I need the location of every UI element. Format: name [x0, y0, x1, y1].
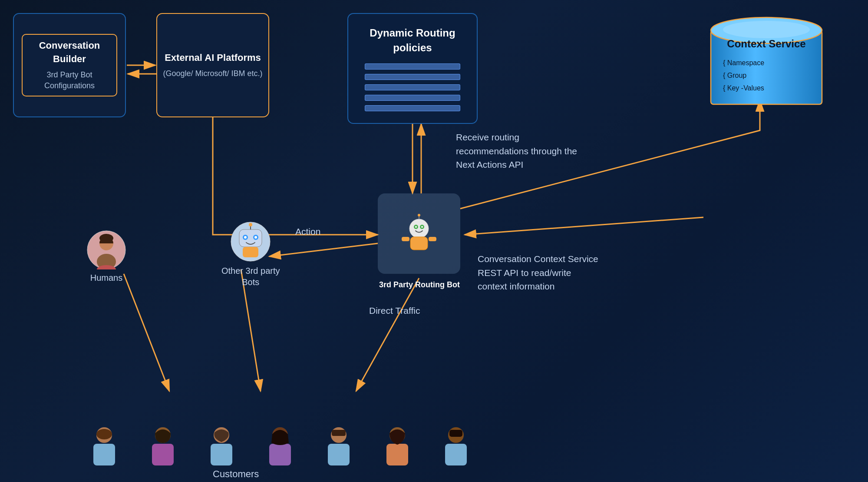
routing-bot-label: 3rd Party Routing Bot: [372, 279, 467, 290]
external-ai-box: External AI Platforms (Google/ Microsoft…: [156, 13, 269, 117]
table-line-2: [365, 74, 460, 80]
dynamic-routing-box: Dynamic Routing policies: [347, 13, 478, 124]
svg-point-31: [244, 236, 247, 239]
customer-4: [263, 425, 297, 467]
customers-row: [87, 425, 473, 467]
routing-bot-box: [378, 193, 460, 274]
svg-rect-37: [93, 444, 115, 465]
svg-point-16: [418, 214, 420, 216]
action-label: Action: [295, 225, 320, 238]
context-service-rest-label: Conversation Context ServiceREST API to …: [478, 252, 598, 293]
context-detail-3: { Key -Values: [723, 82, 823, 95]
customer-3-svg: [204, 425, 239, 467]
svg-point-32: [254, 236, 257, 239]
svg-line-6: [124, 274, 169, 391]
other-bots-icon-area: Other 3rd partyBots: [221, 222, 280, 288]
customer-1: [87, 425, 122, 467]
svg-rect-49: [386, 444, 408, 465]
humans-icon-area: Humans: [87, 230, 126, 283]
customer-7: [439, 425, 473, 467]
customers-label: Customers: [213, 469, 259, 480]
svg-point-21: [421, 226, 423, 228]
customer-3: [204, 425, 239, 467]
external-ai-title: External AI Platforms: [165, 51, 261, 65]
svg-rect-47: [332, 430, 346, 436]
direct-traffic-label: Direct Traffic: [369, 304, 420, 317]
other-bots-label: Other 3rd partyBots: [221, 265, 280, 288]
routing-table-lines: [365, 63, 460, 111]
receive-routing-text: Receive routingrecommendations through t…: [456, 132, 577, 170]
table-line-4: [365, 95, 460, 101]
svg-rect-17: [410, 237, 428, 250]
customer-2: [145, 425, 180, 467]
customer-5-svg: [321, 425, 356, 467]
context-service-details: { Namespace { Group { Key -Values: [710, 57, 823, 94]
conversation-builder-box: Conversation Builder 3rd Party Bot Confi…: [13, 13, 126, 117]
customer-2-svg: [145, 425, 180, 467]
svg-rect-35: [243, 247, 258, 257]
svg-line-8: [356, 278, 419, 391]
cylinder-wrapper: Context Service { Namespace { Group { Ke…: [710, 13, 823, 109]
customer-1-svg: [87, 425, 122, 467]
svg-point-38: [96, 429, 112, 439]
external-ai-subtitle: (Google/ Microsoft/ IBM etc.): [163, 68, 262, 79]
svg-rect-51: [445, 444, 467, 465]
receive-routing-label: Receive routingrecommendations through t…: [456, 130, 577, 172]
table-line-3: [365, 84, 460, 90]
context-service-container: Context Service { Namespace { Group { Ke…: [703, 13, 829, 109]
table-line-5: [365, 105, 460, 111]
conversation-builder-inner: Conversation Builder 3rd Party Bot Confi…: [22, 34, 117, 96]
dynamic-routing-title: Dynamic Routing policies: [348, 26, 477, 55]
customer-6: [380, 425, 415, 467]
svg-point-12: [409, 219, 429, 238]
routing-bot-icon: [397, 212, 441, 256]
svg-rect-19: [429, 237, 436, 241]
table-line-1: [365, 63, 460, 70]
svg-line-7: [241, 269, 261, 391]
humans-label: Humans: [90, 273, 122, 283]
svg-rect-46: [328, 444, 350, 465]
humans-avatar-svg: [87, 230, 126, 269]
customer-7-svg: [439, 425, 473, 467]
context-detail-2: { Group: [723, 70, 823, 82]
context-detail-1: { Namespace: [723, 57, 823, 70]
customer-6-svg: [380, 425, 415, 467]
svg-rect-40: [152, 444, 174, 465]
customer-5: [321, 425, 356, 467]
context-service-title-text: Context Service: [710, 37, 823, 50]
customer-4-svg: [263, 425, 297, 467]
routing-bot-title-text: 3rd Party Routing Bot: [379, 280, 460, 289]
svg-rect-52: [449, 430, 462, 437]
svg-rect-18: [402, 237, 409, 241]
svg-point-20: [415, 226, 417, 228]
svg-point-34: [249, 223, 252, 226]
svg-rect-42: [211, 444, 232, 465]
svg-point-11: [723, 21, 810, 38]
context-service-title: Context Service { Namespace { Group { Ke…: [710, 37, 823, 95]
context-rest-text: Conversation Context ServiceREST API to …: [478, 254, 598, 291]
svg-rect-44: [269, 444, 291, 465]
other-bots-label-text: Other 3rd partyBots: [221, 266, 280, 287]
diagram-container: Conversation Builder 3rd Party Bot Confi…: [0, 0, 868, 482]
conversation-builder-title: Conversation Builder: [31, 39, 108, 66]
conversation-builder-subtitle: 3rd Party Bot Configurations: [31, 70, 108, 91]
other-bots-svg: [231, 222, 271, 262]
svg-line-5: [269, 243, 378, 256]
